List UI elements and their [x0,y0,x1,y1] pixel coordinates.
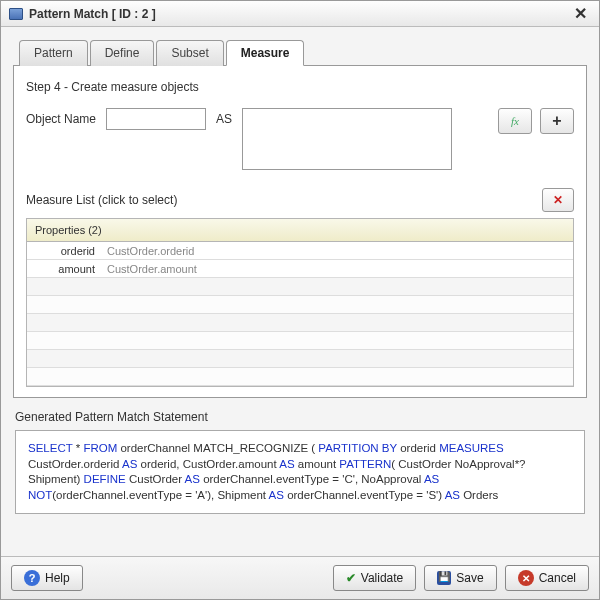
delete-button[interactable]: ✕ [542,188,574,212]
save-button[interactable]: 💾 Save [424,565,496,591]
window-icon [9,8,23,20]
table-row-empty [27,314,573,332]
table-row-empty [27,332,573,350]
fx-icon: fx [511,115,519,127]
expression-builder-button[interactable]: fx [498,108,532,134]
help-icon: ? [24,570,40,586]
titlebar: Pattern Match [ ID : 2 ] ✕ [1,1,599,27]
tab-define[interactable]: Define [90,40,155,66]
tabstrip: Pattern Define Subset Measure [13,39,587,66]
table-row[interactable]: orderid CustOrder.orderid [27,242,573,260]
generated-statement: SELECT * FROM orderChannel MATCH_RECOGNI… [15,430,585,514]
footer: ? Help ✔ Validate 💾 Save ✕ Cancel [1,556,599,599]
table-row[interactable]: amount CustOrder.amount [27,260,573,278]
measure-list-header: Measure List (click to select) [26,193,177,207]
object-name-label: Object Name [26,108,96,126]
row-name: orderid [27,245,103,257]
measure-panel: Step 4 - Create measure objects Object N… [13,66,587,398]
table-row-empty [27,296,573,314]
help-button[interactable]: ? Help [11,565,83,591]
save-label: Save [456,571,483,585]
row-name: amount [27,263,103,275]
tab-measure[interactable]: Measure [226,40,305,66]
step-label: Step 4 - Create measure objects [26,80,574,94]
as-input[interactable] [242,108,452,170]
close-icon[interactable]: ✕ [570,4,591,23]
validate-button[interactable]: ✔ Validate [333,565,416,591]
check-icon: ✔ [346,571,356,585]
cancel-icon: ✕ [518,570,534,586]
tab-subset[interactable]: Subset [156,40,223,66]
delete-icon: ✕ [553,193,563,207]
generated-label: Generated Pattern Match Statement [15,410,585,424]
table-row-empty [27,350,573,368]
object-name-input[interactable] [106,108,206,130]
properties-table: Properties (2) orderid CustOrder.orderid… [26,218,574,387]
properties-header: Properties (2) [27,219,573,242]
row-value: CustOrder.amount [103,263,573,275]
table-row-empty [27,368,573,386]
row-value: CustOrder.orderid [103,245,573,257]
cancel-button[interactable]: ✕ Cancel [505,565,589,591]
table-row-empty [27,278,573,296]
cancel-label: Cancel [539,571,576,585]
plus-icon: + [552,113,561,129]
help-label: Help [45,571,70,585]
add-button[interactable]: + [540,108,574,134]
tab-pattern[interactable]: Pattern [19,40,88,66]
validate-label: Validate [361,571,403,585]
as-label: AS [216,108,232,126]
window-title: Pattern Match [ ID : 2 ] [29,7,156,21]
save-icon: 💾 [437,571,451,585]
